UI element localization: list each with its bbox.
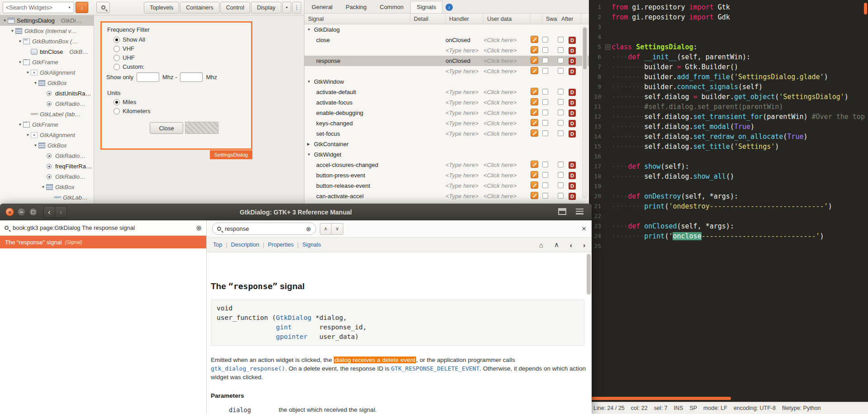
fold-marker-icon[interactable] — [605, 42, 612, 52]
signal-row-activate-default[interactable]: activate-default<Type here><Click here>D — [304, 87, 589, 97]
signal-row-response[interactable]: responseonClosed<Click here>D — [304, 56, 589, 66]
signal-handler[interactable]: <Type here> — [446, 47, 484, 54]
tree-row[interactable]: ▼GtkAlignment — [0, 130, 94, 140]
signal-name[interactable]: activate-focus — [304, 99, 410, 106]
signal-user-data[interactable]: <Click here> — [484, 172, 531, 179]
radio-icon[interactable] — [114, 37, 120, 43]
signal-row-extra[interactable]: <Type here><Click here>D — [304, 66, 589, 76]
close-button-preview[interactable]: Close — [150, 122, 183, 134]
signals-scrollbar[interactable] — [582, 26, 588, 198]
code-line-7[interactable]: 7········builder = Gtk.Builder() — [589, 62, 868, 72]
back-button[interactable]: ‹ — [43, 206, 55, 218]
signal-handler[interactable]: onClosed — [446, 57, 484, 64]
devhelp-titlebar[interactable]: × ‹ › GtkDialog: GTK+ 3 Reference Manual — [0, 204, 592, 220]
signal-group-GtkContainer[interactable]: ▶GtkContainer — [304, 139, 589, 149]
scrollbar-thumb[interactable] — [583, 28, 587, 69]
home-icon[interactable]: ⌂ — [539, 241, 543, 249]
code-line-5[interactable]: 5class SettingsDialog: — [589, 42, 868, 52]
tree-row[interactable]: ▼GtkBox — [0, 182, 94, 192]
expander-icon[interactable]: ▼ — [17, 39, 23, 43]
api-link[interactable]: GTK_RESPONSE_DELETE_EVENT — [391, 365, 480, 372]
swap-checkbox[interactable] — [542, 109, 548, 115]
radio-icon[interactable] — [114, 64, 120, 70]
units-label[interactable]: Units — [107, 90, 121, 96]
radio-icon[interactable] — [114, 99, 120, 105]
signal-user-data[interactable]: <Click here> — [484, 193, 531, 200]
signal-handler[interactable]: <Type here> — [446, 162, 484, 168]
expander-icon[interactable]: ▼ — [2, 19, 8, 23]
swap-checkbox[interactable] — [542, 130, 548, 136]
edit-handler-icon[interactable] — [531, 57, 538, 64]
signal-row-set-focus[interactable]: set-focus<Type here><Click here>D — [304, 128, 589, 139]
signal-handler[interactable]: <Type here> — [446, 130, 484, 137]
toolbar-group-toplevels[interactable]: Toplevels — [144, 2, 179, 14]
code-line-21[interactable]: 21········print('ondestroy--------------… — [589, 201, 868, 211]
subnav-link-description[interactable]: Description — [231, 242, 259, 248]
placeholder-slot[interactable] — [185, 122, 218, 134]
frequency-radio-option[interactable]: UHF — [114, 54, 145, 61]
signal-handler[interactable]: <Type here> — [446, 172, 484, 179]
overflow-menu-button[interactable]: ⋮ — [292, 2, 301, 14]
edit-handler-icon[interactable] — [531, 109, 538, 116]
signal-user-data[interactable]: <Click here> — [484, 109, 531, 116]
code-line-12[interactable]: 12········self.dialog.set_transient_for(… — [589, 112, 868, 122]
signal-user-data[interactable]: <Click here> — [484, 57, 531, 64]
tab-general[interactable]: General — [305, 1, 339, 13]
close-find-button[interactable]: × — [582, 224, 586, 233]
code-line-10[interactable]: 10········self.dialog = builder.get_obje… — [589, 92, 868, 102]
devhelp-doc-button[interactable]: D — [569, 120, 576, 127]
expander-icon[interactable]: ▼ — [33, 143, 38, 148]
tree-row[interactable]: GtkRadio… — [0, 171, 94, 182]
tree-row[interactable]: GtkRadio… — [0, 151, 94, 161]
edit-handler-icon[interactable] — [531, 171, 538, 178]
tree-row[interactable]: ▼GtkAlignment — [0, 67, 94, 78]
expander-icon[interactable]: ▼ — [307, 80, 312, 84]
edit-handler-icon[interactable] — [531, 119, 538, 126]
devhelp-doc-button[interactable]: D — [569, 68, 576, 75]
editor-vscrollbar-thumb[interactable] — [864, 3, 867, 14]
subnav-link-properties[interactable]: Properties — [268, 242, 294, 248]
toolbar-group-containers[interactable]: Containers — [180, 2, 219, 14]
close-button[interactable]: × — [5, 208, 14, 216]
after-checkbox[interactable] — [558, 57, 564, 63]
frequency-radio-option[interactable]: VHF — [114, 45, 145, 52]
tree-row-distUnitsRa[interactable]: distUnitsRa… — [0, 88, 94, 99]
tree-row[interactable]: ▼GtkFrame — [0, 57, 94, 67]
signal-user-data[interactable]: <Click here> — [484, 47, 531, 54]
swap-checkbox[interactable] — [542, 37, 548, 43]
edit-handler-icon[interactable] — [531, 161, 538, 168]
signal-user-data[interactable]: <Click here> — [484, 99, 531, 106]
devhelp-doc-button[interactable]: D — [569, 109, 576, 117]
devhelp-doc-button[interactable]: D — [569, 193, 576, 200]
expander-icon[interactable]: ▼ — [40, 185, 46, 189]
devhelp-doc-button[interactable]: D — [569, 47, 576, 54]
settings-dialog-preview[interactable]: Frequency Filter Show AllVHFUHFCustom: S… — [100, 21, 252, 150]
signal-name[interactable]: activate-default — [304, 89, 410, 95]
signal-handler[interactable]: <Type here> — [446, 120, 484, 127]
signal-name[interactable]: keys-changed — [304, 120, 410, 127]
edit-handler-icon[interactable] — [531, 98, 538, 105]
devhelp-doc-button[interactable]: D — [569, 89, 576, 96]
show-only-label[interactable]: Show only — [106, 74, 133, 81]
signal-name[interactable]: button-release-event — [304, 182, 410, 189]
clear-search-icon[interactable]: ⊗ — [196, 224, 202, 232]
after-checkbox[interactable] — [558, 89, 564, 95]
minimize-button[interactable] — [17, 208, 26, 216]
detach-pane-button[interactable] — [558, 208, 566, 215]
search-result-item[interactable]: The “response” signal (Signal) — [0, 236, 206, 248]
after-checkbox[interactable] — [558, 99, 564, 105]
code-line-3[interactable]: 3 — [589, 22, 868, 32]
signal-row-close[interactable]: closeonClosed<Click here>D — [304, 35, 589, 45]
frequency-filter-label[interactable]: Frequency Filter — [107, 26, 150, 33]
after-checkbox[interactable] — [558, 172, 564, 178]
find-next-button[interactable]: ∨ — [332, 223, 343, 235]
edit-handler-icon[interactable] — [531, 88, 538, 95]
swap-checkbox[interactable] — [542, 193, 548, 199]
toolbar-group-control[interactable]: Control — [220, 2, 250, 14]
signal-handler[interactable]: <Type here> — [446, 99, 484, 106]
signal-user-data[interactable]: <Click here> — [484, 89, 531, 95]
type-link[interactable]: gint — [276, 324, 292, 331]
swap-checkbox[interactable] — [542, 172, 548, 178]
code-line-4[interactable]: 4 — [589, 32, 868, 42]
units-radio-option[interactable]: Kilometers — [114, 108, 150, 114]
